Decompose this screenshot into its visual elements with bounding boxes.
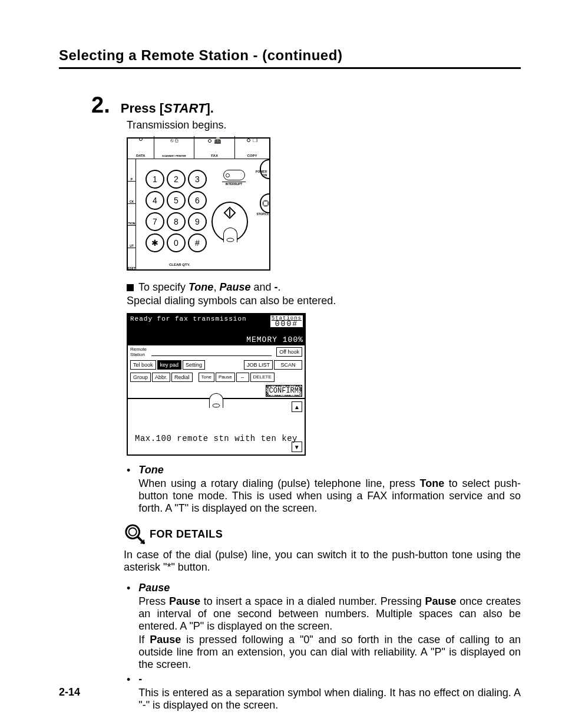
- lcd-message-area: Max.100 remote stn with ten key ▼: [128, 423, 305, 454]
- step-number: 2.: [91, 93, 110, 118]
- remote-station-label: RemoteStation: [130, 347, 147, 357]
- t: to insert a space in a dialed number. Pr…: [200, 595, 425, 607]
- stations-count: 000#: [272, 321, 302, 327]
- pause-bold-2: Pause: [425, 595, 456, 607]
- lcd-figure: Ready for fax transmission Stations 000#…: [127, 313, 306, 456]
- pause-bullet: • Pause Press Pause to insert a space in…: [127, 582, 521, 671]
- lcd-mid-area: ▲: [128, 398, 305, 423]
- copy-icon: ❐: [253, 137, 257, 143]
- lcd-ready-text: Ready for fax transmission: [130, 315, 247, 322]
- led-icon: [208, 139, 211, 143]
- scan-button[interactable]: SCAN: [274, 360, 302, 370]
- thumb-rest-icon: [223, 228, 237, 242]
- lcd-thumb-icon: [209, 393, 223, 408]
- svg-line-8: [138, 537, 144, 543]
- scroll-down-button[interactable]: ▼: [292, 442, 302, 452]
- stop-icon: [262, 200, 269, 207]
- left-tab: CK: [128, 182, 136, 204]
- interrupt-label: INTERRUPT: [222, 182, 246, 186]
- instr-start: Start: [164, 101, 206, 116]
- stop-clear-button[interactable]: [260, 193, 270, 213]
- left-tab: UT: [128, 226, 136, 248]
- dash-button[interactable]: –: [236, 373, 249, 382]
- t: Press: [138, 595, 169, 607]
- scanner-label: SCANNER / PRINTER: [162, 154, 186, 157]
- lcd-max-message: Max.100 remote stn with ten key: [135, 434, 297, 443]
- for-details-heading: FOR DETAILS: [124, 523, 521, 545]
- keypad-button[interactable]: key pad: [157, 360, 182, 370]
- data-label: DATA: [136, 154, 146, 157]
- key-7[interactable]: 7: [146, 212, 164, 231]
- remote-input-line[interactable]: [151, 348, 272, 356]
- fax-label: FAX: [211, 154, 218, 157]
- key-5[interactable]: 5: [167, 191, 186, 210]
- bullet-dot-icon: •: [127, 582, 130, 671]
- details-body: In case of the dial (pulse) line, you ca…: [124, 549, 521, 574]
- square-bullet-icon: [127, 284, 134, 291]
- step-row: 2. Press [Start].: [91, 93, 521, 118]
- key-1[interactable]: 1: [146, 170, 164, 189]
- pause-body-1: Press Pause to insert a space in a diale…: [138, 595, 521, 633]
- page-number: 2-14: [59, 686, 80, 699]
- svg-point-7: [129, 528, 137, 536]
- lcd-row-dial-buttons: Group Abbr. Redial Tone Pause – DELETE: [128, 371, 305, 384]
- key-9[interactable]: 9: [188, 212, 207, 231]
- stop-label: STOP/CL: [256, 212, 269, 216]
- specify-subtext: Special dialing symbols can also be ente…: [127, 295, 521, 307]
- step-subtext: Transmission begins.: [127, 119, 521, 131]
- abbr-button[interactable]: Abbr.: [152, 373, 170, 382]
- telbook-button[interactable]: Tel book: [130, 360, 156, 370]
- section-title: Selecting a Remote Station - (continued): [59, 47, 521, 69]
- joblist-button[interactable]: JOB LIST: [244, 360, 273, 370]
- bullet-dot-icon: •: [127, 673, 130, 711]
- tone-bold: Tone: [420, 477, 445, 489]
- lcd-top-black: Ready for fax transmission Stations 000#…: [128, 314, 305, 345]
- pause-bold-1: Pause: [169, 595, 200, 607]
- key-2[interactable]: 2: [167, 170, 186, 189]
- left-tab: ESET: [128, 248, 136, 270]
- pause-button[interactable]: Pause: [216, 373, 235, 382]
- tone-button[interactable]: Tone: [199, 373, 214, 382]
- led-icon: [247, 139, 250, 142]
- key-6[interactable]: 6: [188, 191, 207, 210]
- lcd-row-tabs: Tel book key pad Setting JOB LIST SCAN: [128, 359, 305, 371]
- tone-bullet: • Tone When using a rotary dialing (puls…: [127, 464, 521, 515]
- key-0[interactable]: 0: [167, 233, 186, 252]
- confirm-button[interactable]: CONFIRM: [266, 385, 302, 397]
- specify-prefix: To specify: [138, 281, 189, 293]
- keypad-top-row: DATA ⎋ ⎙ SCANNER / PRINTER 📠 FAX ❐ COPY: [128, 139, 269, 159]
- specify-line: To specify Tone, Pause and -.: [127, 281, 521, 294]
- tone-label: Tone: [138, 464, 163, 476]
- fax-icon: 📠: [214, 137, 221, 144]
- key-hash[interactable]: #: [188, 233, 207, 252]
- copy-label: COPY: [247, 154, 257, 157]
- instr-prefix: Press [: [121, 101, 164, 116]
- comma: ,: [213, 281, 219, 293]
- scroll-up-button[interactable]: ▲: [292, 401, 302, 412]
- tone-word: Tone: [189, 281, 213, 293]
- pause-word: Pause: [219, 281, 250, 293]
- instr-suffix: ].: [206, 101, 213, 116]
- pause-label: Pause: [138, 582, 170, 594]
- setting-button[interactable]: Setting: [183, 360, 205, 370]
- offhook-button[interactable]: Off hook: [276, 347, 302, 357]
- group-button[interactable]: Group: [130, 373, 151, 382]
- redial-button[interactable]: Redial: [171, 373, 193, 382]
- key-3[interactable]: 3: [188, 170, 207, 189]
- key-4[interactable]: 4: [146, 191, 164, 210]
- interrupt-button[interactable]: [223, 170, 245, 180]
- keypad-left-tabs: P CK TION UT ESET: [128, 159, 136, 270]
- dash-bullet: • - This is entered as a separation symb…: [127, 673, 521, 711]
- start-diamond-icon: [223, 206, 236, 219]
- clear-qty-label: CLEAR QTY.: [169, 263, 190, 266]
- period: .: [277, 281, 280, 293]
- svg-point-5: [213, 404, 220, 407]
- key-star[interactable]: ✱: [146, 233, 164, 252]
- key-8[interactable]: 8: [167, 212, 186, 231]
- delete-button[interactable]: DELETE: [250, 373, 275, 382]
- tone-body: When using a rotary dialing (pulse) tele…: [138, 477, 521, 515]
- tone-body-1: When using a rotary dialing (pulse) tele…: [138, 477, 419, 489]
- dash-body: This is entered as a separation symbol w…: [138, 687, 521, 711]
- for-details-text: FOR DETAILS: [150, 528, 223, 541]
- svg-point-4: [227, 238, 234, 242]
